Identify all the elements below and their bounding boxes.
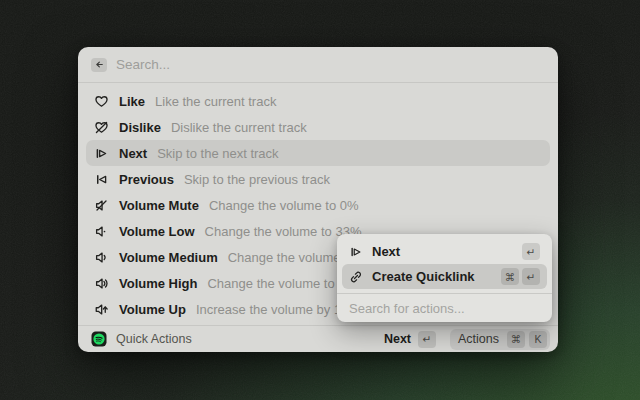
action-item-create-quicklink[interactable]: Create Quicklink ⌘ ↵ <box>342 264 547 289</box>
command-key-icon: ⌘ <box>501 268 519 285</box>
item-title: Volume Low <box>119 224 195 239</box>
arrow-left-icon <box>94 56 105 74</box>
spotify-icon <box>91 331 107 347</box>
item-subtitle: Dislike the current track <box>171 120 307 135</box>
return-key-icon: ↵ <box>522 268 540 285</box>
actions-button-label: Actions <box>458 332 499 346</box>
link-icon <box>349 270 363 284</box>
actions-popover: Next ↵ Create Quicklink ⌘ ↵ <box>337 234 552 322</box>
command-title: Quick Actions <box>116 332 192 346</box>
item-title: Volume Up <box>119 302 186 317</box>
skip-next-icon <box>349 245 363 259</box>
return-key-icon: ↵ <box>522 243 540 260</box>
speaker-up-icon <box>94 302 109 317</box>
item-subtitle: Like the current track <box>155 94 276 109</box>
item-title: Volume High <box>119 276 197 291</box>
list-item-like[interactable]: Like Like the current track <box>86 88 550 114</box>
list-item-previous[interactable]: Previous Skip to the previous track <box>86 166 550 192</box>
command-key-icon: ⌘ <box>507 331 525 348</box>
skip-next-icon <box>94 146 109 161</box>
speaker-medium-icon <box>94 250 109 265</box>
actions-search-bar <box>337 293 552 322</box>
action-label: Next <box>372 244 513 259</box>
return-key-icon[interactable]: ↵ <box>418 331 436 348</box>
item-subtitle: Skip to the previous track <box>184 172 330 187</box>
item-subtitle: Skip to the next track <box>157 146 278 161</box>
heart-slash-icon <box>94 120 109 135</box>
search-bar <box>78 47 558 83</box>
speaker-low-icon <box>94 224 109 239</box>
primary-action-label[interactable]: Next <box>384 332 411 346</box>
item-title: Volume Mute <box>119 198 199 213</box>
speaker-mute-icon <box>94 198 109 213</box>
skip-previous-icon <box>94 172 109 187</box>
item-title: Dislike <box>119 120 161 135</box>
item-subtitle: Change the volume to 0% <box>209 198 359 213</box>
speaker-high-icon <box>94 276 109 291</box>
item-subtitle: Increase the volume by 10% <box>196 302 360 317</box>
command-palette-window: Like Like the current track Dislike Disl… <box>78 47 558 352</box>
actions-popover-list: Next ↵ Create Quicklink ⌘ ↵ <box>337 234 552 293</box>
extension-info: Quick Actions <box>91 331 192 347</box>
list-item-volume-mute[interactable]: Volume Mute Change the volume to 0% <box>86 192 550 218</box>
back-button[interactable] <box>91 58 107 72</box>
action-item-next[interactable]: Next ↵ <box>342 239 547 264</box>
status-bar: Quick Actions Next ↵ Actions ⌘ K <box>78 325 558 352</box>
list-item-dislike[interactable]: Dislike Dislike the current track <box>86 114 550 140</box>
item-title: Volume Medium <box>119 250 218 265</box>
k-key-icon: K <box>529 331 547 348</box>
actions-button[interactable]: Actions ⌘ K <box>450 329 550 350</box>
actions-search-input[interactable] <box>349 301 540 316</box>
heart-icon <box>94 94 109 109</box>
list-item-next[interactable]: Next Skip to the next track <box>86 140 550 166</box>
item-title: Like <box>119 94 145 109</box>
item-title: Previous <box>119 172 174 187</box>
item-title: Next <box>119 146 147 161</box>
search-input[interactable] <box>116 57 545 72</box>
action-label: Create Quicklink <box>372 269 492 284</box>
